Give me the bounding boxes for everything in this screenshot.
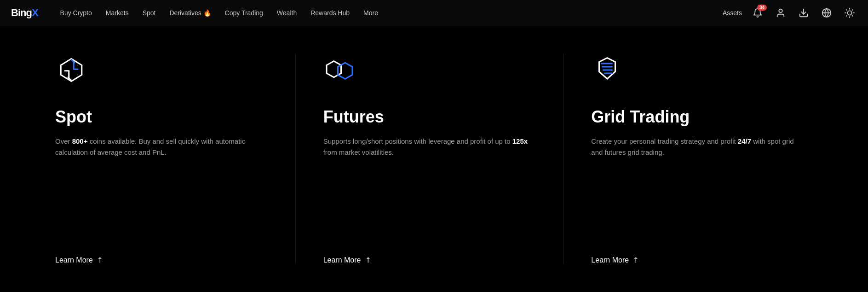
logo-x-text: X (32, 7, 38, 19)
nav-markets[interactable]: Markets (100, 6, 134, 20)
nav-right: Assets 34 (723, 6, 857, 20)
theme-toggle-button[interactable] (842, 6, 857, 20)
svg-point-0 (779, 9, 782, 12)
futures-learn-more[interactable]: Learn More ↗ (323, 256, 371, 264)
spot-learn-more-arrow: ↗ (94, 255, 105, 265)
grid-trading-learn-more[interactable]: Learn More ↗ (591, 256, 638, 264)
futures-description: Supports long/short positions with lever… (323, 136, 536, 237)
nav-links: Buy Crypto Markets Spot Derivatives 🔥 Co… (55, 6, 723, 20)
assets-link[interactable]: Assets (723, 9, 742, 17)
logo-bing-text: Bing (11, 7, 32, 19)
grid-trading-description: Create your personal trading strategy an… (591, 136, 804, 237)
svg-line-8 (852, 16, 853, 16)
futures-icon (323, 54, 360, 91)
grid-trading-card: Grid Trading Create your personal tradin… (591, 54, 831, 264)
nav-more[interactable]: More (358, 6, 384, 20)
spot-description: Over 800+ coins available. Buy and sell … (55, 136, 268, 237)
futures-title: Futures (323, 107, 536, 127)
spot-card: Spot Over 800+ coins available. Buy and … (55, 54, 296, 264)
nav-derivatives[interactable]: Derivatives 🔥 (164, 6, 216, 20)
grid-trading-learn-more-text: Learn More (591, 256, 629, 264)
grid-trading-title: Grid Trading (591, 107, 804, 127)
language-button[interactable] (819, 6, 834, 20)
navbar: BingX Buy Crypto Markets Spot Derivative… (0, 0, 868, 26)
logo[interactable]: BingX (11, 7, 38, 19)
download-button[interactable] (796, 6, 811, 20)
spot-icon (55, 54, 92, 91)
nav-copy-trading[interactable]: Copy Trading (219, 6, 269, 20)
grid-trading-icon (591, 54, 628, 91)
svg-point-4 (847, 11, 851, 15)
notification-badge: 34 (757, 5, 767, 11)
futures-learn-more-arrow: ↗ (362, 255, 373, 265)
spot-learn-more-text: Learn More (55, 256, 93, 264)
svg-line-7 (846, 10, 847, 10)
nav-spot[interactable]: Spot (137, 6, 161, 20)
main-content: Spot Over 800+ coins available. Buy and … (0, 26, 868, 292)
grid-trading-learn-more-arrow: ↗ (630, 255, 641, 265)
futures-learn-more-text: Learn More (323, 256, 361, 264)
svg-line-11 (846, 16, 847, 16)
svg-line-12 (852, 10, 853, 10)
spot-learn-more[interactable]: Learn More ↗ (55, 256, 103, 264)
nav-wealth[interactable]: Wealth (271, 6, 302, 20)
nav-rewards-hub[interactable]: Rewards Hub (305, 6, 355, 20)
spot-title: Spot (55, 107, 268, 127)
notification-button[interactable]: 34 (750, 6, 765, 20)
user-profile-button[interactable] (773, 6, 788, 20)
nav-buy-crypto[interactable]: Buy Crypto (55, 6, 98, 20)
futures-card: Futures Supports long/short positions wi… (323, 54, 564, 264)
